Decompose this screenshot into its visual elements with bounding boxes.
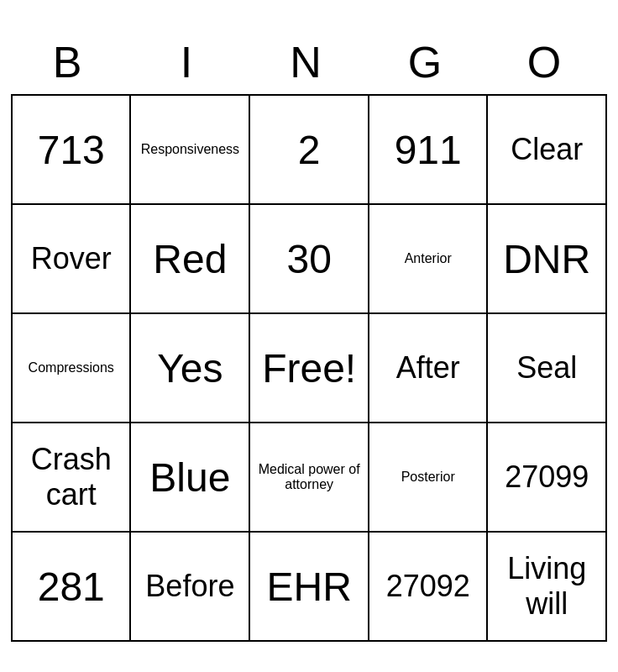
cell-r3-c0[interactable]: Crash cart <box>12 423 130 532</box>
cell-r0-c3[interactable]: 911 <box>369 95 487 204</box>
header-o: O <box>488 30 607 94</box>
cell-r2-c3[interactable]: After <box>369 313 487 423</box>
cell-r2-c2[interactable]: Free! <box>249 313 369 423</box>
cell-r0-c0[interactable]: 713 <box>12 95 130 204</box>
cell-r3-c2[interactable]: Medical power of attorney <box>249 423 369 532</box>
cell-r1-c3[interactable]: Anterior <box>369 204 487 313</box>
cell-r3-c3[interactable]: Posterior <box>369 423 487 532</box>
cell-r3-c1[interactable]: Blue <box>130 423 249 532</box>
cell-r1-c4[interactable]: DNR <box>487 204 606 313</box>
bingo-card: B I N G O 713Responsiveness2911ClearRove… <box>11 30 607 642</box>
cell-r1-c2[interactable]: 30 <box>249 204 369 313</box>
header-n: N <box>249 30 369 94</box>
cell-r4-c0[interactable]: 281 <box>12 532 130 641</box>
cell-r1-c0[interactable]: Rover <box>12 204 130 313</box>
cell-r4-c2[interactable]: EHR <box>249 532 369 641</box>
cell-r4-c1[interactable]: Before <box>130 532 249 641</box>
cell-r4-c3[interactable]: 27092 <box>369 532 487 641</box>
cell-r2-c0[interactable]: Compressions <box>12 313 130 423</box>
cell-r4-c4[interactable]: Living will <box>487 532 606 641</box>
cell-r0-c1[interactable]: Responsiveness <box>130 95 249 204</box>
header-i: I <box>130 30 249 94</box>
bingo-grid: 713Responsiveness2911ClearRoverRed30Ante… <box>11 94 607 642</box>
cell-r1-c1[interactable]: Red <box>130 204 249 313</box>
bingo-header: B I N G O <box>11 30 607 94</box>
cell-r0-c4[interactable]: Clear <box>487 95 606 204</box>
cell-r0-c2[interactable]: 2 <box>249 95 369 204</box>
cell-r2-c4[interactable]: Seal <box>487 313 606 423</box>
header-g: G <box>369 30 488 94</box>
cell-r2-c1[interactable]: Yes <box>130 313 249 423</box>
cell-r3-c4[interactable]: 27099 <box>487 423 606 532</box>
header-b: B <box>11 30 130 94</box>
